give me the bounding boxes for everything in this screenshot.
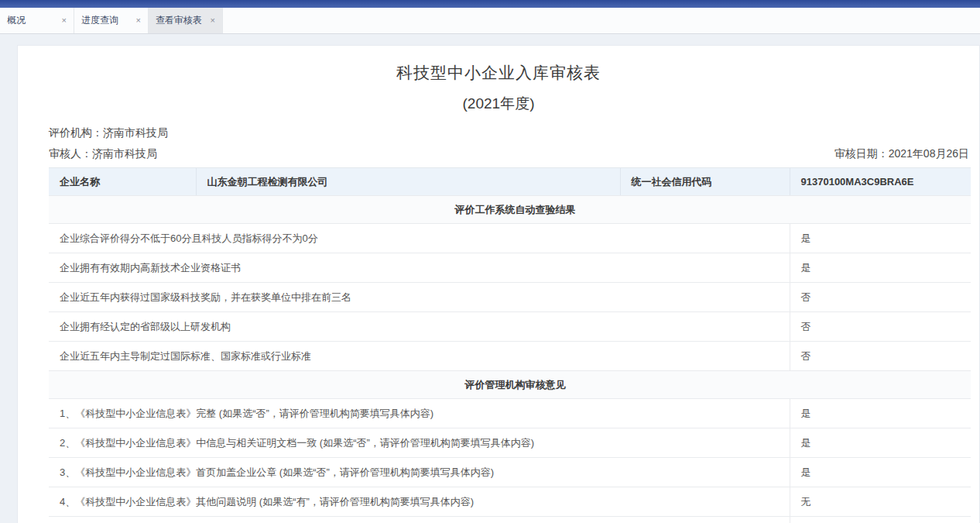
credit-code-value: 91370100MA3C9BRA6E (790, 168, 971, 196)
tab-overview[interactable]: 概况 × (0, 8, 74, 33)
auditor-label: 审核人： (49, 147, 92, 160)
question-cell: 企业拥有经认定的省部级以上研发机构 (49, 312, 790, 342)
form-title: 科技型中小企业入库审核表 (18, 62, 979, 84)
question-cell: 4、《科技型中小企业信息表》其他问题说明 (如果选“有”，请评价管理机构简要填写… (49, 487, 790, 517)
tab-view-review-form[interactable]: 查看审核表 × (149, 8, 223, 33)
review-table: 企业名称 山东金朝工程检测有限公司 统一社会信用代码 91370100MA3C9… (49, 167, 971, 523)
top-blue-bar (0, 0, 980, 8)
answer-cell: 是 (790, 253, 971, 283)
section-header-row: 评价工作系统自动查验结果 (49, 196, 971, 224)
audit-date: 审核日期：2021年08月26日 (834, 147, 969, 161)
tab-overview-label: 概况 (7, 14, 26, 27)
tab-close-icon[interactable]: × (211, 16, 215, 25)
answer-cell: 否 (790, 312, 971, 342)
answer-cell: 是 (790, 458, 971, 487)
answer-cell: 无 (790, 487, 971, 517)
evaluator-line: 评价机构：济南市科技局 (49, 126, 969, 140)
tab-progress-query[interactable]: 进度查询 × (74, 8, 149, 33)
auditor-line: 审核人：济南市科技局 审核日期：2021年08月26日 (49, 147, 969, 161)
question-cell: 1、《科技型中小企业信息表》完整 (如果选“否”，请评价管理机构简要填写具体内容… (49, 399, 790, 428)
question-row: 企业近五年内获得过国家级科技奖励，并在获奖单位中排在前三名 否 (49, 283, 971, 312)
conclusion-label: 入库审核结论 (49, 517, 790, 523)
evaluator-value: 济南市科技局 (103, 126, 168, 139)
evaluator-label: 评价机构： (49, 126, 103, 139)
audit-date-value: 2021年08月26日 (889, 147, 969, 160)
answer-cell: 是 (790, 224, 971, 253)
tab-close-icon[interactable]: × (62, 16, 67, 25)
company-name-label: 企业名称 (49, 168, 196, 196)
tab-view-review-form-label: 查看审核表 (156, 14, 202, 27)
question-row: 2、《科技型中小企业信息表》中信息与相关证明文档一致 (如果选“否”，请评价管理… (49, 428, 971, 458)
review-form-panel: 科技型中小企业入库审核表 (2021年度) 评价机构：济南市科技局 审核人：济南… (17, 45, 980, 523)
question-row: 企业拥有经认定的省部级以上研发机构 否 (49, 312, 971, 342)
conclusion-row: 入库审核结论 审核通过 (49, 517, 971, 523)
question-cell: 2、《科技型中小企业信息表》中信息与相关证明文档一致 (如果选“否”，请评价管理… (49, 428, 790, 458)
question-row: 3、《科技型中小企业信息表》首页加盖企业公章 (如果选“否”，请评价管理机构简要… (49, 458, 971, 487)
credit-code-label: 统一社会信用代码 (620, 168, 790, 196)
question-row: 1、《科技型中小企业信息表》完整 (如果选“否”，请评价管理机构简要填写具体内容… (49, 399, 971, 428)
tab-close-icon[interactable]: × (136, 16, 141, 25)
form-meta: 评价机构：济南市科技局 审核人：济南市科技局 审核日期：2021年08月26日 (49, 126, 969, 161)
answer-cell: 否 (790, 283, 971, 312)
form-subtitle: (2021年度) (18, 94, 979, 114)
question-cell: 3、《科技型中小企业信息表》首页加盖企业公章 (如果选“否”，请评价管理机构简要… (49, 458, 790, 487)
tab-progress-query-label: 进度查询 (81, 14, 118, 27)
question-row: 企业拥有有效期内高新技术企业资格证书 是 (49, 253, 971, 283)
question-row: 4、《科技型中小企业信息表》其他问题说明 (如果选“有”，请评价管理机构简要填写… (49, 487, 971, 517)
auditor-value: 济南市科技局 (92, 147, 157, 160)
audit-date-label: 审核日期： (834, 147, 889, 160)
section-header-row: 评价管理机构审核意见 (49, 371, 971, 399)
question-cell: 企业拥有有效期内高新技术企业资格证书 (49, 253, 790, 283)
section-header-auto-check: 评价工作系统自动查验结果 (49, 196, 971, 224)
conclusion-value: 审核通过 (790, 517, 971, 523)
company-info-row: 企业名称 山东金朝工程检测有限公司 统一社会信用代码 91370100MA3C9… (49, 168, 971, 196)
tab-bar: 概况 × 进度查询 × 查看审核表 × (0, 8, 980, 34)
auditor: 审核人：济南市科技局 (49, 147, 157, 161)
answer-cell: 是 (790, 399, 971, 428)
question-row: 企业近五年内主导制定过国际标准、国家标准或行业标准 否 (49, 342, 971, 371)
answer-cell: 是 (790, 428, 971, 458)
answer-cell: 否 (790, 342, 971, 371)
section-header-agency-opinion: 评价管理机构审核意见 (49, 371, 971, 399)
question-cell: 企业近五年内主导制定过国际标准、国家标准或行业标准 (49, 342, 790, 371)
question-cell: 企业近五年内获得过国家级科技奖励，并在获奖单位中排在前三名 (49, 283, 790, 312)
question-row: 企业综合评价得分不低于60分且科技人员指标得分不为0分 是 (49, 224, 971, 253)
question-cell: 企业综合评价得分不低于60分且科技人员指标得分不为0分 (49, 224, 790, 253)
company-name-value: 山东金朝工程检测有限公司 (196, 168, 620, 196)
